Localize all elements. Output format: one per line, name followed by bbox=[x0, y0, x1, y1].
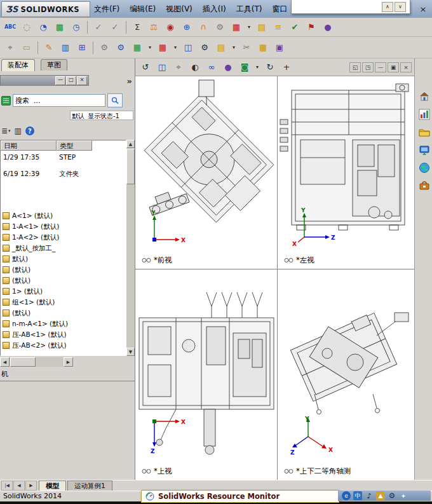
device-icon[interactable]: ✦ bbox=[399, 491, 408, 500]
floating-toolbar-window[interactable]: ∧ ∨ bbox=[291, 0, 410, 14]
scrollbar-thumb[interactable] bbox=[126, 149, 135, 184]
pattern-grid-icon[interactable]: ▦ bbox=[130, 40, 145, 55]
sensor-icon[interactable]: ◉ bbox=[163, 20, 178, 35]
table-red-icon[interactable]: ▦ bbox=[155, 40, 170, 55]
file-row[interactable]: 6/19 12:39 文件夹 bbox=[1, 168, 126, 179]
tree-item[interactable]: A<1> (默认) bbox=[3, 210, 125, 221]
vertical-scrollbar[interactable]: ▲ ▼ bbox=[126, 140, 135, 356]
tree-item[interactable]: (默认) bbox=[3, 264, 125, 275]
design-table-icon[interactable]: ▦ bbox=[229, 20, 244, 35]
viewport-front[interactable]: Y X *前视 bbox=[135, 76, 277, 269]
resources-chart-icon[interactable] bbox=[417, 107, 432, 122]
resource-monitor-popup[interactable]: SolidWorks Resource Monitor bbox=[141, 490, 339, 503]
display-style-icon[interactable]: ◐ bbox=[187, 60, 203, 75]
gear-icon[interactable]: ⚙ bbox=[212, 20, 227, 35]
display-update-icon[interactable] bbox=[417, 142, 432, 158]
scroll-down-icon[interactable]: ▼ bbox=[126, 348, 135, 356]
appearance-icon[interactable]: ● bbox=[220, 60, 236, 75]
scroll-left-icon[interactable]: ◀ bbox=[0, 357, 10, 367]
shield-icon[interactable]: ▲ bbox=[376, 491, 385, 500]
scrollbar-thumb[interactable] bbox=[10, 357, 36, 367]
tab-motion-study[interactable]: 运动算例1 bbox=[67, 480, 112, 491]
chevron-down-icon[interactable]: ∨ bbox=[395, 2, 406, 12]
gear-blue-icon[interactable]: ⚙ bbox=[113, 40, 128, 55]
viewport-isometric[interactable]: Y X Z *上下二等角轴测 bbox=[278, 269, 414, 480]
hole-grid-icon[interactable]: ▦ bbox=[52, 20, 67, 35]
menu-view[interactable]: 视图(V) bbox=[161, 0, 198, 18]
tab-assembly[interactable]: 装配体 bbox=[1, 59, 35, 71]
tree-item[interactable]: 1-A<2> (默认) bbox=[3, 232, 125, 243]
tree-item[interactable]: 压-AB<1> (默认) bbox=[3, 329, 125, 340]
scissors-icon[interactable]: ✂ bbox=[239, 40, 254, 55]
close-icon[interactable]: × bbox=[417, 3, 429, 15]
chevron-down-icon[interactable]: ▾ bbox=[146, 40, 154, 55]
amber-grid-icon[interactable]: ▦ bbox=[255, 40, 271, 55]
browser-icon[interactable]: e bbox=[342, 491, 351, 500]
scroll-up-icon[interactable]: ▲ bbox=[126, 140, 135, 148]
docked-window-titlebar[interactable]: — □ × bbox=[0, 75, 89, 86]
spell-check-icon[interactable]: ABC bbox=[3, 20, 18, 35]
expand-chevrons-icon[interactable]: » bbox=[127, 76, 132, 86]
restore-icon[interactable]: ▣ bbox=[388, 62, 399, 72]
tile-windows-icon[interactable]: ◱ bbox=[349, 62, 361, 72]
close-icon[interactable]: × bbox=[400, 62, 412, 72]
bom-grid-icon[interactable]: ▤ bbox=[254, 20, 269, 35]
tab-model[interactable]: 模型 bbox=[39, 480, 66, 491]
list-view-icon[interactable]: ≣▾ bbox=[1, 126, 11, 135]
library-toolbox-icon[interactable] bbox=[417, 178, 432, 193]
column-header-date[interactable]: 日期 bbox=[1, 140, 57, 151]
gold-grid-icon[interactable]: ▤ bbox=[213, 40, 229, 55]
pencil-icon[interactable]: ✎ bbox=[41, 40, 57, 55]
appearance-sphere-icon[interactable]: ● bbox=[320, 20, 335, 35]
menu-window[interactable]: 窗口 bbox=[267, 0, 292, 18]
measure-icon[interactable]: ◷ bbox=[69, 20, 84, 35]
chevron-down-icon[interactable]: ▾ bbox=[245, 20, 253, 35]
zoom-window-icon[interactable]: ⊞ bbox=[74, 40, 90, 55]
column-header-type[interactable]: 类型 bbox=[57, 140, 92, 151]
minimize-icon[interactable]: — bbox=[55, 76, 65, 85]
viewport-left[interactable]: Y X Z *左视 bbox=[278, 76, 414, 269]
circle-tool-icon[interactable]: ◌ bbox=[19, 20, 34, 35]
tab-sketch[interactable]: 草图 bbox=[41, 59, 67, 71]
globe-icon[interactable] bbox=[417, 160, 432, 175]
interference-icon[interactable]: ⊕ bbox=[179, 20, 194, 35]
tab-scroll-right-icon[interactable]: ▶ bbox=[25, 480, 37, 491]
image-box-icon[interactable]: ▣ bbox=[272, 40, 287, 55]
tree-item[interactable]: 默认) bbox=[3, 254, 125, 264]
menu-tools[interactable]: 工具(T) bbox=[231, 0, 267, 18]
file-row[interactable]: 1/29 17:35 STEP bbox=[1, 152, 126, 163]
viewport-top[interactable]: X Z *上视 bbox=[135, 269, 277, 480]
chevron-up-icon[interactable]: ∧ bbox=[382, 2, 393, 12]
previous-view-icon[interactable]: ↺ bbox=[138, 60, 153, 75]
chevron-down-icon[interactable]: ▾ bbox=[172, 40, 179, 55]
chevron-down-icon[interactable]: ▾ bbox=[253, 60, 261, 75]
layer-stack-icon[interactable]: ≡ bbox=[271, 20, 286, 35]
cascade-windows-icon[interactable]: ◳ bbox=[362, 62, 374, 72]
tree-item[interactable]: (默认) bbox=[3, 275, 125, 286]
help-icon[interactable]: ? bbox=[25, 126, 34, 135]
tab-scroll-first-icon[interactable]: |◀ bbox=[1, 480, 13, 491]
pan-view-icon[interactable]: + bbox=[279, 60, 294, 75]
chevron-down-icon[interactable]: ▾ bbox=[230, 40, 238, 55]
tree-item[interactable]: 压-AB<2> (默认) bbox=[3, 340, 125, 351]
tree-item[interactable]: n-m-A<1> (默认) bbox=[3, 318, 125, 329]
search-icon[interactable] bbox=[107, 93, 123, 107]
tree-item[interactable]: (默认) bbox=[3, 308, 125, 318]
close-icon[interactable]: × bbox=[77, 76, 87, 85]
menu-edit[interactable]: 编辑(E) bbox=[125, 0, 161, 18]
volume-icon[interactable]: ♪ bbox=[365, 491, 374, 500]
pane-split-icon[interactable]: ◫ bbox=[154, 60, 170, 75]
tab-scroll-left-icon[interactable]: ◀ bbox=[13, 480, 25, 491]
mate-icon[interactable]: ∩ bbox=[196, 20, 211, 35]
maximize-icon[interactable]: □ bbox=[66, 76, 76, 85]
home-icon[interactable] bbox=[417, 89, 432, 104]
verify-check-icon[interactable]: ✓ bbox=[91, 20, 106, 35]
gear-icon[interactable]: ⚙ bbox=[388, 491, 396, 500]
update-icon[interactable]: ◔ bbox=[36, 20, 51, 35]
equations-icon[interactable]: Σ bbox=[130, 20, 145, 35]
column-grid-icon[interactable]: ▥ bbox=[58, 40, 73, 55]
small-gear-icon[interactable]: ⚙ bbox=[197, 40, 212, 55]
rotate-view-icon[interactable]: ↻ bbox=[262, 60, 278, 75]
verify-check-icon[interactable]: ✓ bbox=[107, 20, 123, 35]
menu-insert[interactable]: 插入(I) bbox=[198, 0, 231, 18]
